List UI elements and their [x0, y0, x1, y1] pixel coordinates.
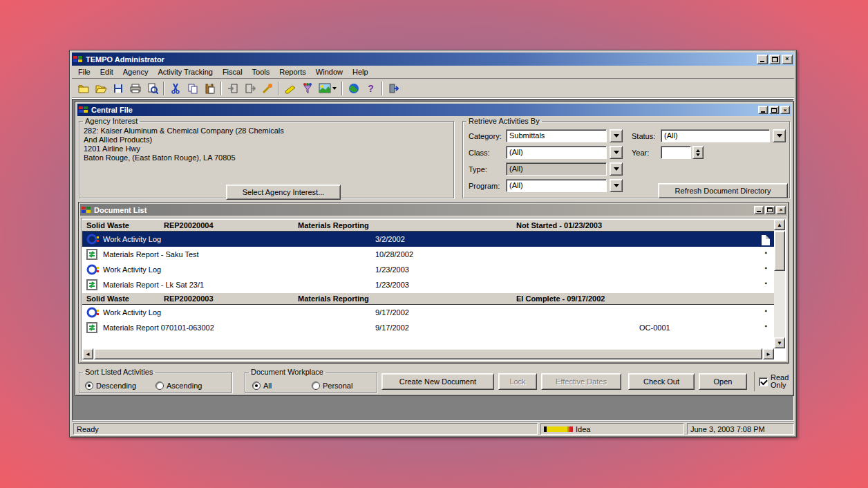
help-icon[interactable]: ? [362, 80, 379, 96]
scroll-left-icon[interactable]: ◄ [82, 348, 93, 359]
cleanup-icon[interactable] [258, 80, 276, 96]
highlighter-icon[interactable] [281, 80, 299, 96]
picture-icon[interactable] [316, 80, 339, 96]
horizontal-scrollbar[interactable]: ◄ ► [82, 348, 774, 359]
document-list-rows: Solid Waste REP20020004 Materials Report… [82, 219, 774, 348]
open-button[interactable]: Open [699, 373, 747, 390]
list-item[interactable]: Materials Report - Saku Test 10/28/2002 … [82, 247, 774, 262]
vertical-scrollbar[interactable]: ▲ ▼ [774, 219, 785, 348]
toolbar-separator [341, 82, 343, 95]
sort-legend: Sort Listed Activities [83, 368, 155, 376]
radio-ascending[interactable]: Ascending [155, 379, 202, 392]
globe-icon[interactable] [345, 80, 362, 96]
agency-interest-text: 282: Kaiser Aluminum & Chemical Company … [84, 126, 284, 162]
save-icon[interactable] [109, 80, 126, 96]
program-dropdown-button[interactable] [610, 179, 623, 192]
list-item[interactable]: Work Activity Log 3/2/2002 [82, 232, 774, 247]
door-in-icon[interactable] [224, 80, 241, 96]
document-list-icon [82, 205, 91, 215]
effective-dates-button[interactable]: Effective Dates [541, 373, 621, 390]
scroll-right-icon[interactable]: ► [763, 348, 774, 359]
app-title: TEMPO Administrator [86, 55, 755, 64]
close-button[interactable]: × [776, 206, 786, 214]
year-field[interactable] [661, 146, 691, 159]
menu-edit[interactable]: Edit [95, 66, 118, 77]
close-button[interactable]: × [782, 55, 793, 64]
copy-icon[interactable] [184, 80, 201, 96]
maximize-button[interactable] [765, 206, 775, 214]
radio-button-icon[interactable] [312, 382, 320, 390]
document-list-title: Document List [94, 206, 753, 214]
menu-activity-tracking[interactable]: Activity Tracking [153, 66, 217, 77]
create-new-document-button[interactable]: Create New Document [381, 373, 494, 390]
status-bar: Ready Idea June 3, 2003 7:08 PM [72, 421, 794, 435]
scroll-up-icon[interactable]: ▲ [774, 219, 785, 230]
category-field[interactable]: Submittals [506, 129, 607, 142]
menu-help[interactable]: Help [348, 66, 373, 77]
materials-report-icon [86, 322, 99, 333]
list-item[interactable]: Materials Report - Lk Sat 23/1 1/23/2003… [82, 277, 774, 292]
read-only-checkbox[interactable]: Read Only [754, 372, 789, 391]
door-out-icon[interactable] [241, 80, 258, 96]
radio-descending[interactable]: Descending [85, 379, 136, 392]
central-file-titlebar[interactable]: Central File × [77, 104, 791, 116]
program-field[interactable]: (All) [506, 179, 607, 192]
radio-button-icon[interactable] [252, 382, 261, 390]
check-out-button[interactable]: Check Out [628, 373, 695, 390]
menu-agency[interactable]: Agency [118, 66, 153, 77]
new-icon[interactable] [75, 80, 92, 96]
list-item[interactable]: Work Activity Log 1/23/2003 ▪ [82, 262, 774, 277]
list-item[interactable]: Materials Report 070101-063002 9/17/2002… [82, 320, 774, 335]
class-dropdown-button[interactable] [610, 146, 623, 159]
menu-bar: File Edit Agency Activity Tracking Fisca… [72, 66, 794, 79]
refresh-document-directory-button[interactable]: Refresh Document Directory [658, 183, 788, 198]
lock-button[interactable]: Lock [498, 373, 537, 390]
cut-icon[interactable] [167, 80, 184, 96]
materials-report-icon [86, 249, 99, 260]
menu-tools[interactable]: Tools [247, 66, 275, 77]
toolbar-separator [381, 82, 383, 95]
exit-icon[interactable] [385, 80, 402, 96]
menu-reports[interactable]: Reports [274, 66, 311, 77]
print-preview-icon[interactable] [144, 80, 161, 96]
vertical-scrollbar-thumb[interactable] [774, 231, 785, 271]
radio-all[interactable]: All [252, 379, 272, 392]
work-activity-log-icon [86, 234, 99, 245]
chevron-down-icon [614, 184, 619, 187]
checkbox-icon[interactable] [759, 377, 768, 386]
scroll-down-icon[interactable]: ▼ [774, 337, 785, 348]
restore-button[interactable] [769, 55, 780, 64]
open-icon[interactable] [92, 80, 109, 96]
status-field[interactable]: (All) [661, 129, 770, 142]
minimize-button[interactable] [757, 55, 768, 64]
radio-button-icon[interactable] [85, 382, 93, 390]
list-item[interactable]: Work Activity Log 9/17/2002 ▪ [82, 305, 774, 320]
minimize-button[interactable] [758, 106, 768, 114]
radio-personal[interactable]: Personal [312, 379, 352, 392]
category-dropdown-button[interactable] [610, 129, 623, 142]
print-icon[interactable] [126, 80, 144, 96]
type-dropdown-button[interactable] [610, 162, 623, 176]
filter-icon[interactable] [299, 80, 316, 96]
menu-window[interactable]: Window [311, 66, 348, 77]
menu-file[interactable]: File [73, 66, 95, 77]
document-icon [762, 235, 770, 245]
type-field: (All) [506, 162, 607, 176]
minimize-button[interactable] [754, 206, 764, 214]
status-dropdown-button[interactable] [773, 129, 786, 142]
year-spinner[interactable] [692, 146, 704, 159]
menu-fiscal[interactable]: Fiscal [218, 66, 247, 77]
horizontal-scrollbar-thumb[interactable] [94, 348, 762, 359]
radio-button-icon[interactable] [155, 382, 164, 390]
paste-icon[interactable] [201, 80, 218, 96]
retrieve-activities-legend: Retrieve Activities By [466, 117, 542, 125]
class-field[interactable]: (All) [506, 146, 607, 159]
select-agency-interest-button[interactable]: Select Agency Interest... [226, 185, 341, 200]
marker-icon: ▪ [764, 279, 767, 287]
close-button[interactable]: × [780, 106, 790, 114]
app-titlebar[interactable]: TEMPO Administrator × [72, 53, 794, 66]
maximize-button[interactable] [769, 106, 779, 114]
type-label: Type: [469, 165, 506, 173]
app-icon [73, 55, 83, 64]
document-list-titlebar[interactable]: Document List × [80, 204, 787, 216]
